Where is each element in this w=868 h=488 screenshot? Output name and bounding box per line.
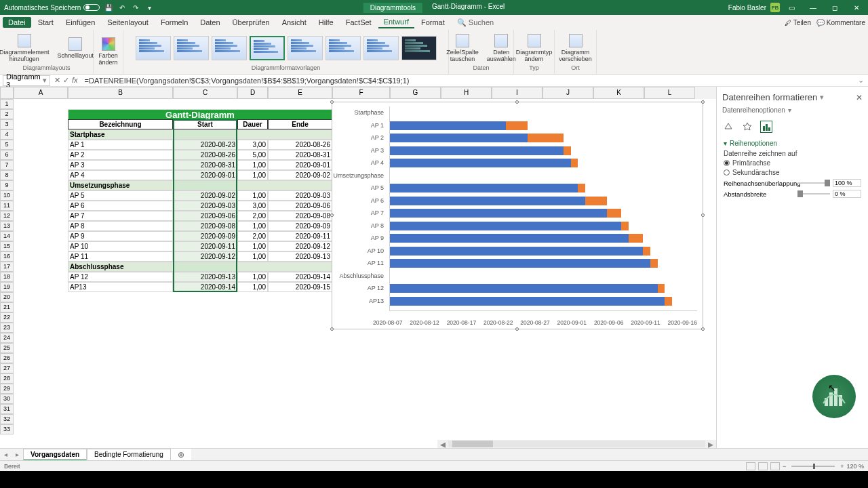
- cell[interactable]: 2,00: [237, 211, 268, 221]
- row-header[interactable]: 2: [0, 109, 14, 119]
- comments-button[interactable]: 💬 Kommentare: [816, 19, 865, 26]
- page-layout-view-icon[interactable]: [758, 462, 768, 470]
- maximize-icon[interactable]: ◻: [825, 0, 845, 15]
- zoom-out-icon[interactable]: −: [783, 463, 786, 470]
- share-button[interactable]: 🖊 Teilen: [785, 19, 811, 26]
- pane-close-icon[interactable]: ✕: [856, 93, 863, 102]
- cell[interactable]: 2020-09-11: [173, 241, 237, 251]
- cell[interactable]: 2020-09-09: [268, 221, 332, 231]
- redo-icon[interactable]: ↷: [131, 3, 140, 12]
- zoom-in-icon[interactable]: +: [840, 463, 844, 470]
- column-header[interactable]: F: [332, 87, 390, 99]
- column-header[interactable]: D: [237, 87, 268, 99]
- name-box[interactable]: Diagramm 3 ▾: [3, 75, 50, 86]
- cell[interactable]: AP 4: [68, 170, 173, 180]
- cell[interactable]: 2020-09-03: [173, 201, 237, 211]
- cell[interactable]: 2020-09-15: [268, 282, 332, 292]
- switch-row-column-button[interactable]: Zeile/Spalte tauschen: [443, 33, 481, 64]
- chart-style-thumb[interactable]: [212, 36, 247, 60]
- row-header[interactable]: 25: [0, 343, 14, 353]
- chart-style-thumb[interactable]: [326, 36, 361, 60]
- cell[interactable]: 3,00: [237, 201, 268, 211]
- cell[interactable]: AP 5: [68, 190, 173, 201]
- row-header[interactable]: 7: [0, 160, 14, 170]
- chart-y-axis[interactable]: StartphaseAP 1AP 2AP 3AP 4Umsetzungsphas…: [332, 106, 387, 307]
- cell[interactable]: [173, 180, 237, 190]
- menu-item-hilfe[interactable]: Hilfe: [313, 17, 339, 28]
- cell[interactable]: 2020-09-02: [268, 170, 332, 180]
- cell[interactable]: Dauer: [237, 119, 268, 129]
- cell[interactable]: AP 11: [68, 251, 173, 262]
- chart-style-thumb[interactable]: [401, 36, 437, 60]
- cell[interactable]: 2020-09-14: [268, 272, 332, 282]
- cell[interactable]: AP 12: [68, 272, 173, 282]
- cell[interactable]: AP13: [68, 282, 173, 292]
- row-header[interactable]: 11: [0, 201, 14, 211]
- cell[interactable]: 1,00: [237, 241, 268, 251]
- gap-input[interactable]: [833, 190, 861, 198]
- cell[interactable]: 1,00: [237, 251, 268, 262]
- cell[interactable]: 2020-09-03: [268, 190, 332, 201]
- row-header[interactable]: 16: [0, 251, 14, 262]
- cell[interactable]: Gantt-Diagramm: [68, 109, 332, 120]
- row-header[interactable]: 23: [0, 323, 14, 333]
- cell[interactable]: 2020-08-26: [173, 150, 237, 160]
- pane-dropdown-icon[interactable]: ▾: [820, 93, 824, 102]
- move-chart-button[interactable]: Diagramm verschieben: [556, 33, 595, 64]
- cell[interactable]: 2020-08-31: [268, 150, 332, 160]
- row-header[interactable]: 15: [0, 241, 14, 251]
- cell[interactable]: 2020-09-02: [173, 190, 237, 201]
- row-header[interactable]: 29: [0, 384, 14, 394]
- menu-item-seitenlayout[interactable]: Seitenlayout: [102, 17, 154, 28]
- row-header[interactable]: 17: [0, 262, 14, 272]
- close-icon[interactable]: ✕: [846, 0, 867, 15]
- cell[interactable]: Bezeichnung: [68, 119, 173, 129]
- chart-style-thumb[interactable]: [288, 36, 323, 60]
- cell[interactable]: Ende: [268, 119, 332, 129]
- row-header[interactable]: 33: [0, 424, 14, 434]
- menu-item-datei[interactable]: Datei: [3, 17, 31, 28]
- column-header[interactable]: L: [644, 87, 695, 99]
- user-badge[interactable]: FB: [770, 3, 780, 12]
- chart-x-axis[interactable]: 2020-08-072020-08-122020-08-172020-08-22…: [373, 319, 697, 326]
- user-name[interactable]: Fabio Basler: [728, 4, 766, 12]
- expand-formula-icon[interactable]: ⌄: [854, 76, 868, 85]
- menu-item-formeln[interactable]: Formeln: [155, 17, 193, 28]
- cell[interactable]: 1,00: [237, 282, 268, 292]
- cell[interactable]: 2020-09-06: [173, 211, 237, 221]
- column-header[interactable]: A: [14, 87, 68, 99]
- cell[interactable]: AP 2: [68, 150, 173, 160]
- cell[interactable]: 2020-09-06: [268, 201, 332, 211]
- formula-input[interactable]: =DATENREIHE(Vorgangsdaten!$C$3;Vorgangsd…: [82, 77, 854, 85]
- chart-style-gallery[interactable]: [136, 31, 437, 64]
- cell[interactable]: AP 7: [68, 211, 173, 221]
- change-chart-type-button[interactable]: Diagrammtyp ändern: [513, 33, 555, 64]
- row-header[interactable]: 6: [0, 150, 14, 160]
- cell[interactable]: 2020-09-08: [173, 221, 237, 231]
- primary-axis-radio[interactable]: Primärachse: [724, 159, 861, 167]
- menu-item-daten[interactable]: Daten: [195, 17, 225, 28]
- normal-view-icon[interactable]: [746, 462, 755, 470]
- row-header[interactable]: 20: [0, 292, 14, 302]
- cell[interactable]: AP 3: [68, 160, 173, 170]
- menu-item-entwurf[interactable]: Entwurf: [378, 16, 414, 28]
- tab-scroll-right-icon[interactable]: ▸: [12, 451, 23, 458]
- gap-slider[interactable]: [797, 193, 830, 195]
- cell[interactable]: 2020-09-14: [173, 282, 237, 292]
- spreadsheet-grid[interactable]: ABCDEFGHIJKL 123456789101112131415161718…: [0, 87, 716, 448]
- zoom-level[interactable]: 120 %: [846, 463, 864, 470]
- row-header[interactable]: 24: [0, 333, 14, 343]
- row-header[interactable]: 32: [0, 414, 14, 424]
- row-header[interactable]: 18: [0, 272, 14, 282]
- cell[interactable]: 2020-09-13: [173, 272, 237, 282]
- column-header[interactable]: G: [390, 87, 441, 99]
- effects-icon[interactable]: [741, 121, 753, 133]
- row-header[interactable]: 22: [0, 312, 14, 323]
- cell[interactable]: 2020-09-13: [268, 251, 332, 262]
- tab-scroll-left-icon[interactable]: ◂: [0, 451, 12, 458]
- overlap-slider[interactable]: [797, 182, 830, 184]
- section-header[interactable]: ▾ Reihenoptionen: [724, 140, 861, 147]
- horizontal-scrollbar[interactable]: ◂▸: [437, 440, 716, 448]
- menu-item-ansicht[interactable]: Ansicht: [277, 17, 312, 28]
- row-header[interactable]: 14: [0, 231, 14, 241]
